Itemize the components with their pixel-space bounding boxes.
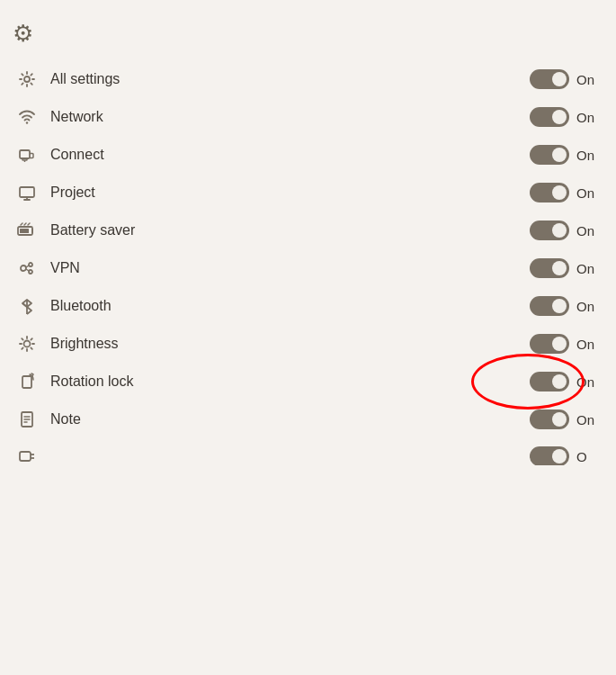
- brightness-toggle-label: On: [576, 337, 598, 352]
- svg-line-28: [22, 347, 22, 348]
- svg-line-17: [26, 269, 29, 271]
- all-settings-icon: [13, 70, 41, 88]
- page-header-icon: ⚙: [13, 20, 33, 48]
- network-label: Network: [50, 109, 530, 125]
- note-toggle-group: On: [530, 410, 598, 429]
- svg-line-16: [26, 266, 29, 267]
- partial-toggle-label: O: [576, 449, 598, 464]
- project-toggle[interactable]: [530, 183, 569, 202]
- svg-point-13: [21, 266, 26, 271]
- svg-rect-3: [22, 158, 27, 160]
- bluetooth-icon: [13, 297, 41, 315]
- settings-list: All settings On Network On Connect On: [0, 60, 616, 438]
- vpn-icon: [13, 259, 41, 277]
- settings-item-rotation-lock: Rotation lock On: [0, 363, 616, 400]
- all-settings-toggle[interactable]: [530, 69, 569, 89]
- rotation-lock-toggle-label: On: [576, 374, 598, 390]
- note-label: Note: [50, 411, 530, 428]
- bluetooth-toggle-label: On: [576, 299, 598, 314]
- brightness-label: Brightness: [50, 336, 530, 352]
- vpn-toggle-label: On: [576, 261, 598, 276]
- partial-toggle[interactable]: [530, 446, 569, 465]
- breadcrumb: [0, 0, 616, 11]
- project-toggle-group: On: [530, 183, 598, 202]
- battery-saver-toggle-group: On: [530, 220, 598, 240]
- rotation-lock-icon: [13, 373, 41, 391]
- svg-rect-5: [20, 187, 34, 197]
- brightness-toggle[interactable]: [530, 334, 569, 354]
- svg-line-26: [31, 347, 31, 348]
- bluetooth-label: Bluetooth: [50, 298, 530, 314]
- all-settings-label: All settings: [50, 71, 530, 87]
- svg-line-10: [21, 223, 22, 225]
- settings-item-all-settings: All settings On: [0, 60, 616, 98]
- svg-rect-29: [22, 376, 31, 388]
- settings-item-bluetooth: Bluetooth On: [0, 287, 616, 325]
- svg-line-27: [31, 338, 31, 339]
- partial-item: O: [0, 438, 616, 465]
- bluetooth-toggle-group: On: [530, 296, 598, 316]
- network-toggle-label: On: [576, 110, 598, 125]
- vpn-label: VPN: [50, 260, 530, 276]
- settings-item-project: Project On: [0, 174, 616, 212]
- settings-item-brightness: Brightness On: [0, 325, 616, 363]
- svg-rect-9: [20, 229, 29, 233]
- battery-saver-toggle[interactable]: [530, 220, 569, 240]
- note-toggle-label: On: [576, 412, 598, 428]
- svg-point-1: [26, 122, 28, 123]
- network-icon: [13, 108, 41, 126]
- settings-item-battery-saver: Battery saver On: [0, 212, 616, 249]
- vpn-toggle[interactable]: [530, 258, 569, 278]
- all-settings-toggle-group: On: [530, 69, 598, 89]
- svg-point-14: [29, 263, 32, 266]
- all-settings-toggle-label: On: [576, 72, 598, 87]
- rotation-lock-toggle[interactable]: [530, 372, 569, 392]
- connect-toggle-label: On: [576, 148, 598, 163]
- network-toggle[interactable]: [530, 107, 569, 127]
- note-icon: [13, 410, 41, 428]
- project-label: Project: [50, 184, 530, 201]
- connect-toggle-group: On: [530, 145, 598, 165]
- rotation-lock-label: Rotation lock: [50, 374, 530, 390]
- page-header: ⚙: [0, 11, 616, 60]
- svg-point-15: [29, 270, 32, 274]
- settings-item-note: Note On: [0, 400, 616, 438]
- brightness-toggle-group: On: [530, 334, 598, 354]
- partial-icon: [13, 447, 41, 465]
- connect-toggle[interactable]: [530, 145, 569, 165]
- project-toggle-label: On: [576, 185, 598, 201]
- rotation-lock-toggle-group: On: [530, 372, 598, 392]
- svg-line-25: [22, 338, 22, 339]
- battery-saver-icon: [13, 221, 41, 239]
- svg-line-11: [24, 223, 26, 225]
- svg-line-12: [28, 223, 30, 225]
- bluetooth-toggle[interactable]: [530, 296, 569, 316]
- brightness-icon: [13, 335, 41, 353]
- battery-saver-toggle-label: On: [576, 223, 598, 238]
- vpn-toggle-group: On: [530, 258, 598, 278]
- connect-icon: [13, 146, 41, 164]
- network-toggle-group: On: [530, 107, 598, 127]
- battery-saver-label: Battery saver: [50, 222, 530, 238]
- partial-toggle-group: O: [530, 446, 598, 465]
- svg-point-20: [24, 341, 31, 347]
- note-toggle[interactable]: [530, 410, 569, 429]
- project-icon: [13, 184, 41, 202]
- settings-item-connect: Connect On: [0, 136, 616, 174]
- settings-item-network: Network On: [0, 98, 616, 136]
- settings-item-vpn: VPN On: [0, 249, 616, 287]
- svg-point-0: [24, 76, 30, 82]
- svg-rect-2: [20, 150, 30, 158]
- connect-label: Connect: [50, 147, 530, 163]
- svg-rect-34: [20, 452, 31, 461]
